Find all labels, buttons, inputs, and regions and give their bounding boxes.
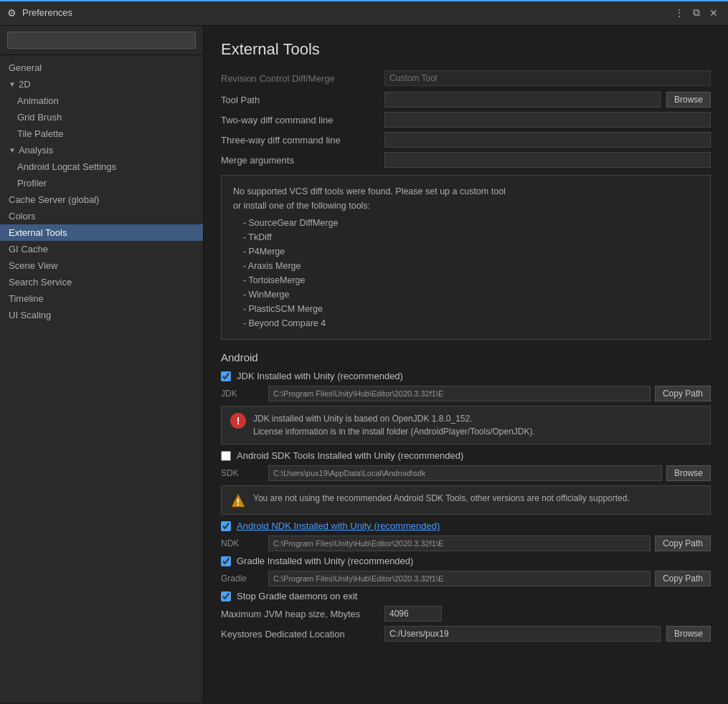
title-bar-controls: ⋮ ⧉ ✕ xyxy=(672,6,721,20)
jdk-path-row: JDK Copy Path xyxy=(221,386,711,401)
sidebar-item-general[interactable]: General xyxy=(0,60,203,76)
three-way-diff-row: Three-way diff command line xyxy=(221,132,711,148)
merge-arguments-input[interactable] xyxy=(384,152,711,168)
tool-item-1: - TkDiff xyxy=(233,230,699,244)
sidebar-item-external-tools[interactable]: External Tools xyxy=(0,224,203,241)
sdk-checkbox[interactable] xyxy=(221,451,231,461)
content-area: External Tools Revision Control Diff/Mer… xyxy=(204,26,728,703)
ndk-checkbox[interactable] xyxy=(221,521,231,531)
content-inner: External Tools Revision Control Diff/Mer… xyxy=(204,26,728,703)
sidebar-item-cache-server[interactable]: Cache Server (global) xyxy=(0,191,203,208)
revision-control-row: Revision Control Diff/Merge xyxy=(221,70,711,86)
ndk-checkbox-label: Android NDK Installed with Unity (recomm… xyxy=(237,520,440,531)
sidebar-item-profiler[interactable]: Profiler xyxy=(0,175,203,191)
caret-analysis: ▼ xyxy=(9,146,16,154)
gradle-copy-path-button[interactable]: Copy Path xyxy=(655,571,711,586)
tool-item-3: - Araxis Merge xyxy=(233,259,699,273)
tools-list: - SourceGear DiffMerge - TkDiff - P4Merg… xyxy=(233,216,699,330)
sdk-browse-button[interactable]: Browse xyxy=(666,465,711,481)
sidebar-item-colors[interactable]: Colors xyxy=(0,208,203,224)
stop-gradle-checkbox[interactable] xyxy=(221,591,231,601)
vcs-info-box: No supported VCS diff tools were found. … xyxy=(221,175,711,340)
tool-path-browse-button[interactable]: Browse xyxy=(666,92,711,108)
sidebar-item-analysis[interactable]: ▼ Analysis xyxy=(0,142,203,158)
sdk-alert-text: You are not using the recommended Androi… xyxy=(253,492,630,505)
tool-path-input[interactable] xyxy=(384,92,661,108)
keystores-input[interactable] xyxy=(384,626,661,642)
page-title: External Tools xyxy=(221,40,711,59)
app-icon: ⚙ xyxy=(7,7,16,19)
three-way-diff-input[interactable] xyxy=(384,132,711,148)
sidebar-item-gi-cache[interactable]: GI Cache xyxy=(0,241,203,257)
jdk-alert-box: ! JDK installed with Unity is based on O… xyxy=(221,406,711,444)
sidebar-item-search-service[interactable]: Search Service xyxy=(0,274,203,290)
sidebar-item-ui-scaling[interactable]: UI Scaling xyxy=(0,307,203,323)
gradle-path-input[interactable] xyxy=(268,571,651,586)
merge-arguments-row: Merge arguments xyxy=(221,152,711,168)
two-way-diff-input[interactable] xyxy=(384,112,711,128)
window-title: Preferences xyxy=(22,7,72,18)
tool-item-2: - P4Merge xyxy=(233,244,699,259)
jdk-path-label: JDK xyxy=(221,389,264,399)
tool-path-row: Tool Path Browse xyxy=(221,92,711,108)
stop-gradle-checkbox-label: Stop Gradle daemons on exit xyxy=(237,591,357,601)
two-way-diff-row: Two-way diff command line xyxy=(221,112,711,128)
maximize-button[interactable]: ⧉ xyxy=(689,6,704,20)
sidebar-item-tile-palette[interactable]: Tile Palette xyxy=(0,125,203,142)
two-way-diff-label: Two-way diff command line xyxy=(221,115,379,125)
android-section-title: Android xyxy=(221,351,711,363)
keystores-label: Keystores Dedicated Location xyxy=(221,629,379,639)
max-jvm-label: Maximum JVM heap size, Mbytes xyxy=(221,609,379,619)
info-line2: or install one of the following tools: xyxy=(233,199,699,213)
gradle-checkbox-label: Gradle Installed with Unity (recommended… xyxy=(237,556,413,566)
tool-item-6: - PlasticSCM Merge xyxy=(233,302,699,316)
stop-gradle-checkbox-row: Stop Gradle daemons on exit xyxy=(221,591,711,601)
close-button[interactable]: ✕ xyxy=(706,6,721,20)
sdk-alert-icon: ! xyxy=(230,493,246,508)
info-line1: No supported VCS diff tools were found. … xyxy=(233,184,699,199)
sidebar-item-2d[interactable]: ▼ 2D xyxy=(0,76,203,92)
gradle-checkbox[interactable] xyxy=(221,556,231,566)
ndk-copy-path-button[interactable]: Copy Path xyxy=(655,536,711,551)
sdk-alert-box: ! You are not using the recommended Andr… xyxy=(221,485,711,515)
caret-2d: ▼ xyxy=(9,80,16,88)
sdk-path-label: SDK xyxy=(221,468,264,478)
sidebar: General ▼ 2D Animation Grid Brush Tile P… xyxy=(0,26,204,703)
search-input[interactable] xyxy=(7,32,196,49)
sdk-checkbox-label: Android SDK Tools Installed with Unity (… xyxy=(237,450,463,461)
max-jvm-input[interactable] xyxy=(384,606,442,622)
jdk-copy-path-button[interactable]: Copy Path xyxy=(655,386,711,401)
menu-button[interactable]: ⋮ xyxy=(672,6,686,20)
gradle-checkbox-row: Gradle Installed with Unity (recommended… xyxy=(221,556,711,566)
jdk-checkbox[interactable] xyxy=(221,371,231,381)
svg-text:!: ! xyxy=(237,497,240,508)
sidebar-item-scene-view[interactable]: Scene View xyxy=(0,257,203,274)
sdk-checkbox-row: Android SDK Tools Installed with Unity (… xyxy=(221,450,711,461)
gradle-path-label: Gradle xyxy=(221,574,264,584)
gradle-path-row: Gradle Copy Path xyxy=(221,571,711,586)
jdk-alert-text: JDK installed with Unity is based on Ope… xyxy=(253,412,535,438)
ndk-path-label: NDK xyxy=(221,538,264,548)
sidebar-item-animation[interactable]: Animation xyxy=(0,92,203,109)
sidebar-item-grid-brush[interactable]: Grid Brush xyxy=(0,109,203,125)
ndk-checkbox-row: Android NDK Installed with Unity (recomm… xyxy=(221,520,711,531)
merge-arguments-label: Merge arguments xyxy=(221,155,379,166)
three-way-diff-label: Three-way diff command line xyxy=(221,135,379,146)
keystores-row: Keystores Dedicated Location Browse xyxy=(221,626,711,642)
revision-control-input[interactable] xyxy=(384,70,711,86)
ndk-path-row: NDK Copy Path xyxy=(221,536,711,551)
sdk-path-input[interactable] xyxy=(268,465,662,481)
sidebar-item-timeline[interactable]: Timeline xyxy=(0,290,203,307)
search-wrapper xyxy=(7,32,196,49)
tool-item-0: - SourceGear DiffMerge xyxy=(233,216,699,230)
search-bar xyxy=(0,26,203,55)
keystores-browse-button[interactable]: Browse xyxy=(666,626,711,642)
title-bar: ⚙ Preferences ⋮ ⧉ ✕ xyxy=(0,0,728,26)
jdk-checkbox-row: JDK Installed with Unity (recommended) xyxy=(221,371,711,381)
jdk-checkbox-label: JDK Installed with Unity (recommended) xyxy=(237,371,403,381)
jdk-path-input[interactable] xyxy=(268,386,651,401)
sidebar-item-android-logcat[interactable]: Android Logcat Settings xyxy=(0,158,203,175)
ndk-path-input[interactable] xyxy=(268,536,651,551)
tool-path-label: Tool Path xyxy=(221,95,379,105)
sidebar-nav: General ▼ 2D Animation Grid Brush Tile P… xyxy=(0,55,203,328)
